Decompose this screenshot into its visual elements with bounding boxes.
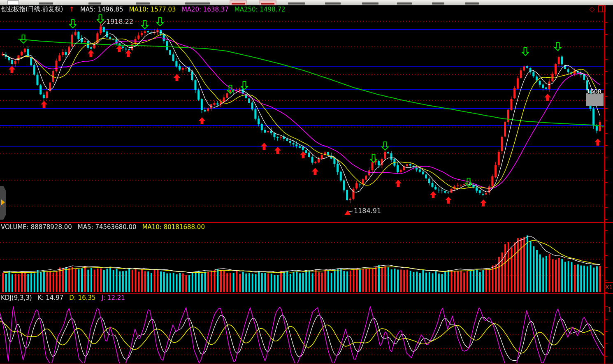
menu-item-highlighted[interactable] — [230, 0, 247, 5]
last-price-tag-box — [586, 93, 604, 106]
kdj-d-value: D: 16.35 — [69, 294, 95, 301]
kdj-pane-header: KDJ(9,3,3) K: 14.97 D: 16.35 J: 12.21 — [1, 294, 125, 301]
diamond-icon[interactable]: ◇ — [589, 6, 595, 12]
menu-item[interactable] — [465, 2, 479, 5]
menu-item[interactable] — [288, 2, 305, 5]
expand-arrow-icon — [1, 199, 5, 205]
menu-item-highlighted[interactable] — [259, 0, 276, 5]
symbol-title: 创业板指(日线.前复权) — [1, 5, 63, 13]
ma10-value: MA10: 1577.03 — [129, 6, 176, 13]
left-panel-expander[interactable] — [0, 186, 6, 220]
menu-item[interactable] — [362, 2, 378, 5]
split-window-icon[interactable] — [598, 5, 606, 12]
low-price-annotation: 1184.91 — [354, 207, 381, 215]
volume-pane-header: VOLUME: 88878928.00 MA5: 74563680.00 MA1… — [1, 223, 205, 231]
chart-canvas[interactable] — [0, 0, 613, 364]
last-price-tag: 1608 — [586, 88, 604, 109]
menu-item[interactable] — [39, 2, 53, 5]
high-price-annotation: 1918.22 — [106, 18, 133, 26]
ma20-value: MA20: 1638.37 — [182, 6, 229, 13]
menu-item[interactable] — [88, 2, 101, 5]
kdj-k-value: K: 14.97 — [38, 294, 64, 301]
stock-chart-window: 创业板指(日线.前复权) ↑ MA5: 1496.85 MA10: 1577.0… — [0, 0, 613, 364]
x1-scale-label[interactable]: X1 — [605, 284, 613, 290]
menu-item[interactable] — [432, 2, 444, 5]
ma250-value: MA250: 1498.72 — [235, 6, 286, 13]
menu-item[interactable] — [397, 2, 412, 5]
kdj-axis-top-number: 1 — [608, 306, 612, 314]
menu-button[interactable] — [7, 0, 19, 5]
volume-value: VOLUME: 88878928.00 — [1, 223, 72, 231]
volume-ma10-value: MA10: 80181688.00 — [142, 223, 205, 231]
kdj-params: KDJ(9,3,3) — [1, 294, 32, 301]
price-pane-header: 创业板指(日线.前复权) ↑ MA5: 1496.85 MA10: 1577.0… — [1, 5, 285, 13]
trend-up-icon: ↑ — [69, 5, 74, 13]
menu-bar[interactable] — [0, 0, 613, 5]
menu-item[interactable] — [136, 2, 150, 5]
volume-ma5-value: MA5: 74563680.00 — [78, 223, 137, 231]
ma5-value: MA5: 1496.85 — [80, 6, 123, 13]
menu-item[interactable] — [185, 2, 210, 5]
menu-item[interactable] — [325, 2, 341, 5]
kdj-j-value: J: 12.21 — [102, 294, 125, 301]
last-price-tag-value: 1608 — [587, 88, 601, 95]
